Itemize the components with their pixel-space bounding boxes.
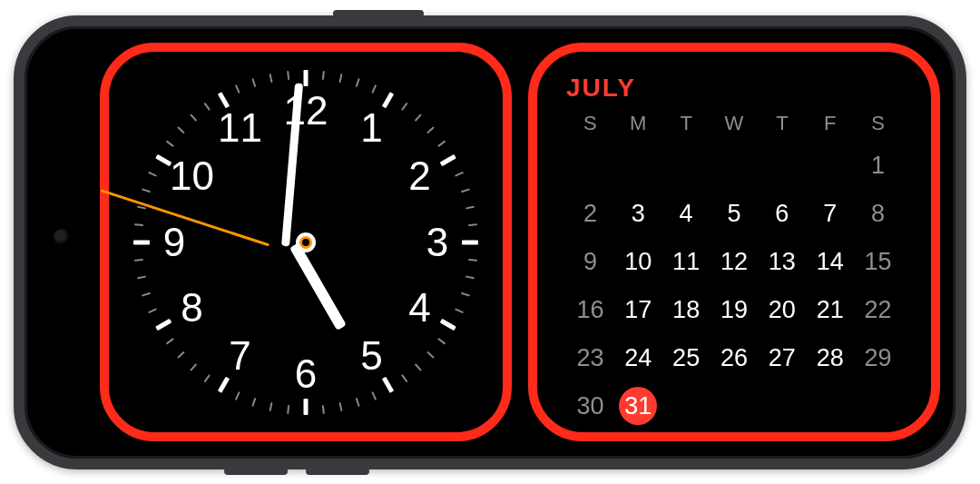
calendar-day: 12	[710, 243, 759, 280]
calendar-day: 29	[854, 340, 902, 376]
calendar-day-header: M	[614, 112, 662, 135]
tick-minor	[204, 102, 211, 110]
tick-major	[462, 240, 478, 244]
calendar-day: 7	[806, 195, 854, 232]
analog-clock-face: 121234567891011	[129, 65, 483, 420]
clock-numeral: 6	[283, 351, 328, 397]
tick-minor	[251, 77, 256, 86]
clock-numeral: 11	[218, 105, 263, 151]
tick-minor	[371, 84, 377, 94]
tick-minor	[371, 391, 377, 400]
tick-minor	[148, 308, 157, 313]
calendar-day: 5	[710, 195, 759, 232]
calendar-widget[interactable]: JULY SMTWTFS1234567891011121314151617181…	[539, 54, 929, 430]
tick-minor	[287, 404, 289, 413]
calendar-day: 25	[662, 340, 710, 376]
calendar-day: 21	[806, 291, 854, 328]
tick-minor	[270, 73, 273, 82]
clock-numeral: 10	[169, 153, 214, 199]
tick-minor	[437, 140, 446, 146]
clock-numeral: 3	[415, 220, 460, 265]
tick-minor	[437, 337, 446, 343]
tick-minor	[142, 291, 151, 296]
tick-minor	[190, 114, 197, 122]
tick-minor	[401, 374, 407, 382]
tick-minor	[322, 70, 325, 79]
tick-minor	[426, 351, 435, 358]
calendar-day-header: W	[710, 112, 759, 135]
tick-minor	[356, 397, 360, 406]
tick-minor	[148, 171, 157, 176]
tick-minor	[338, 73, 342, 82]
hour-hand	[289, 242, 347, 331]
tick-minor	[142, 188, 151, 193]
calendar-day: 13	[758, 243, 806, 280]
calendar-day: 8	[854, 195, 902, 232]
calendar-grid: SMTWTFS123456789101112131415161718192021…	[566, 112, 902, 424]
tick-major	[304, 70, 309, 86]
clock-numeral: 7	[218, 333, 263, 379]
tick-minor	[461, 188, 470, 193]
calendar-day: 4	[662, 195, 710, 232]
volume-down-button	[306, 468, 369, 475]
tick-minor	[415, 114, 422, 122]
calendar-day: 3	[614, 195, 662, 232]
tick-minor	[166, 337, 174, 343]
volume-up-button	[224, 468, 288, 475]
tick-minor	[287, 70, 289, 79]
clock-numeral: 4	[397, 285, 443, 331]
tick-minor	[455, 171, 464, 176]
clock-numeral: 5	[349, 333, 395, 379]
calendar-day-header: F	[806, 112, 854, 135]
calendar-day: 10	[614, 243, 662, 280]
tick-minor	[166, 140, 174, 146]
calendar-day: 14	[806, 243, 854, 280]
tick-minor	[235, 391, 240, 400]
calendar-day: 20	[758, 291, 806, 328]
calendar-widget-highlight: JULY SMTWTFS1234567891011121314151617181…	[528, 43, 940, 441]
calendar-day: 2	[566, 195, 614, 232]
calendar-day: 24	[614, 340, 662, 376]
tick-minor	[461, 291, 470, 296]
iphone-frame: 121234567891011 JULY SMTWTFS123456789101…	[14, 15, 966, 469]
calendar-day-header: S	[854, 112, 902, 135]
tick-minor	[322, 404, 325, 413]
clock-numeral: 2	[397, 153, 443, 199]
calendar-month-label: JULY	[566, 74, 902, 103]
tick-major	[304, 399, 309, 415]
clock-widget-highlight: 121234567891011	[100, 43, 512, 441]
tick-minor	[177, 126, 185, 133]
tick-major	[133, 240, 150, 244]
tick-minor	[466, 205, 475, 209]
clock-pivot-orange	[299, 236, 312, 249]
tick-minor	[235, 84, 240, 94]
calendar-day-header: S	[566, 112, 614, 135]
tick-minor	[137, 275, 146, 279]
power-button	[333, 10, 424, 17]
calendar-day: 22	[854, 291, 902, 328]
calendar-day: 28	[806, 340, 854, 376]
calendar-day: 1	[854, 147, 902, 183]
calendar-day-header: T	[662, 112, 710, 135]
tick-minor	[426, 126, 435, 133]
calendar-day: 9	[566, 243, 614, 280]
calendar-day: 30	[566, 388, 614, 424]
clock-numeral: 1	[349, 105, 395, 151]
tick-minor	[455, 308, 464, 313]
tick-minor	[190, 363, 197, 371]
tick-minor	[204, 374, 211, 382]
tick-minor	[338, 401, 342, 410]
tick-minor	[415, 363, 422, 371]
tick-minor	[466, 275, 475, 279]
clock-numeral: 12	[283, 88, 328, 133]
tick-minor	[356, 77, 360, 86]
calendar-day: 15	[854, 243, 902, 280]
clock-numeral: 8	[169, 285, 214, 331]
calendar-day: 27	[758, 340, 806, 376]
calendar-day: 23	[566, 340, 614, 376]
tick-minor	[134, 258, 143, 261]
clock-numeral: 9	[152, 220, 197, 265]
calendar-day: 26	[710, 340, 759, 376]
calendar-day: 6	[758, 195, 806, 232]
clock-widget[interactable]: 121234567891011	[111, 54, 501, 430]
